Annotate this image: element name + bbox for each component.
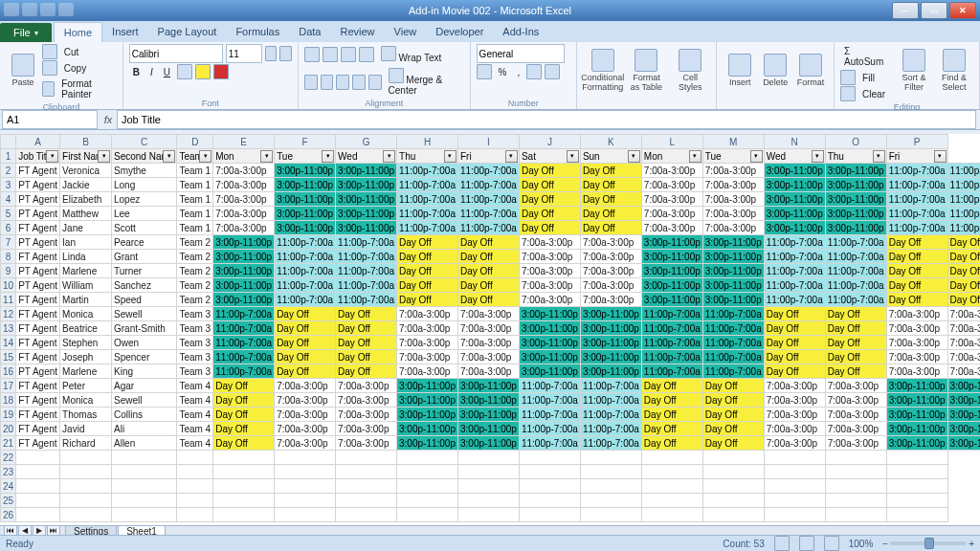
row-header[interactable]: 24 bbox=[1, 479, 16, 494]
row-header[interactable]: 22 bbox=[1, 451, 16, 465]
cell[interactable]: 3:00p-11:00p bbox=[825, 221, 886, 235]
percent-button[interactable]: % bbox=[495, 65, 511, 79]
cell[interactable]: 7:00a-3:00p bbox=[275, 408, 336, 422]
cell[interactable]: 11:00p-7:00a bbox=[519, 408, 580, 422]
painter-icon[interactable] bbox=[42, 81, 55, 97]
row-header[interactable]: 20 bbox=[1, 422, 16, 436]
cell[interactable]: Day Off bbox=[947, 235, 980, 250]
cell[interactable]: Day Off bbox=[457, 278, 519, 293]
cell[interactable]: 11:00p-7:00a bbox=[519, 422, 580, 436]
cell[interactable]: 11:00p-7:00a bbox=[336, 293, 397, 307]
ribbon-tab-add-ins[interactable]: Add-Ins bbox=[493, 22, 548, 42]
cell[interactable] bbox=[580, 508, 641, 522]
filter-dropdown-icon[interactable]: ▾ bbox=[383, 150, 395, 163]
cell[interactable]: Sanchez bbox=[112, 278, 177, 293]
view-normal-icon[interactable] bbox=[774, 536, 790, 551]
cell[interactable]: Day Off bbox=[825, 350, 886, 364]
cell[interactable]: 11:00p-7:00a bbox=[519, 393, 580, 408]
cell[interactable]: Team 3 bbox=[177, 321, 213, 336]
cell[interactable] bbox=[336, 494, 397, 508]
column-header-I[interactable]: I bbox=[457, 135, 519, 149]
cell[interactable] bbox=[641, 508, 702, 522]
autosum-button[interactable]: Σ AutoSum bbox=[840, 44, 893, 69]
cell[interactable]: Day Off bbox=[886, 293, 947, 307]
cell[interactable]: 3:00p-11:00p bbox=[886, 393, 947, 408]
cell[interactable]: Team 4 bbox=[177, 393, 213, 408]
cell[interactable]: 11:00p-7:00a bbox=[764, 293, 825, 307]
cell[interactable]: 11:00p-7:00a bbox=[397, 221, 458, 235]
undo-icon[interactable] bbox=[40, 3, 56, 16]
font-size-select[interactable] bbox=[226, 44, 262, 63]
cell[interactable]: 7:00a-3:00p bbox=[457, 307, 519, 321]
cell[interactable]: 7:00a-3:00p bbox=[397, 364, 458, 379]
cell[interactable]: 3:00p-11:00p bbox=[213, 278, 275, 293]
filter-dropdown-icon[interactable]: ▾ bbox=[628, 150, 640, 163]
cell[interactable]: King bbox=[112, 364, 177, 379]
cell[interactable]: 7:00a-3:00p bbox=[947, 364, 980, 379]
cell[interactable]: 11:00p-7:00a bbox=[702, 307, 764, 321]
cell[interactable]: Day Off bbox=[213, 393, 275, 408]
filter-header[interactable]: Fri▾ bbox=[886, 149, 947, 164]
cell[interactable] bbox=[825, 508, 886, 522]
cell[interactable]: 11:00p-7:00a bbox=[825, 250, 886, 264]
cell[interactable] bbox=[764, 508, 825, 522]
cell[interactable] bbox=[336, 465, 397, 479]
cell[interactable]: 3:00p-11:00p bbox=[519, 336, 580, 350]
clear-icon[interactable] bbox=[840, 86, 856, 101]
cell[interactable]: Day Off bbox=[213, 379, 275, 393]
cell[interactable]: Speed bbox=[112, 293, 177, 307]
filter-dropdown-icon[interactable]: ▾ bbox=[812, 150, 824, 163]
cell[interactable]: Day Off bbox=[702, 436, 764, 451]
cell[interactable]: 3:00p-11:00p bbox=[457, 379, 519, 393]
cell[interactable]: Day Off bbox=[825, 307, 886, 321]
cell[interactable] bbox=[886, 465, 947, 479]
cell[interactable]: Spencer bbox=[112, 350, 177, 364]
grow-font-icon[interactable] bbox=[265, 46, 278, 61]
cell[interactable] bbox=[825, 479, 886, 494]
format-cells-button[interactable]: Format bbox=[793, 44, 828, 98]
cell[interactable]: PT Agent bbox=[16, 364, 60, 379]
cell[interactable]: 7:00a-3:00p bbox=[764, 408, 825, 422]
align-top-icon[interactable] bbox=[304, 47, 320, 62]
cell[interactable]: 3:00p-11:00p bbox=[397, 379, 458, 393]
border-icon[interactable] bbox=[177, 64, 192, 79]
minimize-button[interactable]: — bbox=[892, 2, 919, 19]
cell[interactable]: 7:00a-3:00p bbox=[764, 393, 825, 408]
cell[interactable]: Day Off bbox=[580, 164, 641, 178]
cell[interactable]: 11:00p-7:00a bbox=[580, 379, 641, 393]
cell[interactable]: 7:00a-3:00p bbox=[641, 221, 702, 235]
row-header[interactable]: 23 bbox=[1, 465, 16, 479]
cell[interactable]: 11:00p-7:00a bbox=[825, 235, 886, 250]
column-header-D[interactable]: D bbox=[177, 135, 213, 149]
cell[interactable] bbox=[397, 465, 458, 479]
cell[interactable]: Day Off bbox=[886, 264, 947, 278]
cell[interactable]: Day Off bbox=[702, 422, 764, 436]
cell[interactable]: 7:00a-3:00p bbox=[702, 221, 764, 235]
cell[interactable] bbox=[825, 451, 886, 465]
cell[interactable]: 7:00a-3:00p bbox=[397, 350, 458, 364]
cell[interactable]: 11:00p-7:00a bbox=[580, 436, 641, 451]
cell[interactable]: 3:00p-11:00p bbox=[519, 321, 580, 336]
cell[interactable]: FT Agent bbox=[16, 221, 60, 235]
filter-dropdown-icon[interactable]: ▾ bbox=[505, 150, 518, 163]
cell[interactable] bbox=[764, 465, 825, 479]
formula-input[interactable] bbox=[117, 110, 976, 129]
cell[interactable]: Team 3 bbox=[177, 336, 213, 350]
cell[interactable] bbox=[16, 465, 60, 479]
filter-dropdown-icon[interactable]: ▾ bbox=[750, 150, 763, 163]
cell[interactable] bbox=[457, 479, 519, 494]
cell[interactable]: 7:00a-3:00p bbox=[397, 307, 458, 321]
filter-header[interactable]: Thu▾ bbox=[397, 149, 458, 164]
cell[interactable]: Monica bbox=[60, 307, 112, 321]
currency-icon[interactable] bbox=[477, 64, 492, 79]
cell[interactable]: 7:00a-3:00p bbox=[580, 278, 641, 293]
cell[interactable]: 3:00p-11:00p bbox=[702, 264, 764, 278]
cell[interactable]: Matthew bbox=[60, 207, 112, 221]
cell[interactable]: 3:00p-11:00p bbox=[947, 422, 980, 436]
cell[interactable] bbox=[112, 479, 177, 494]
indent-dec-icon[interactable] bbox=[352, 75, 366, 90]
cell[interactable]: 11:00p-7:00a bbox=[275, 278, 336, 293]
cell[interactable]: Day Off bbox=[825, 336, 886, 350]
cell[interactable] bbox=[702, 479, 764, 494]
cell[interactable]: Day Off bbox=[580, 207, 641, 221]
